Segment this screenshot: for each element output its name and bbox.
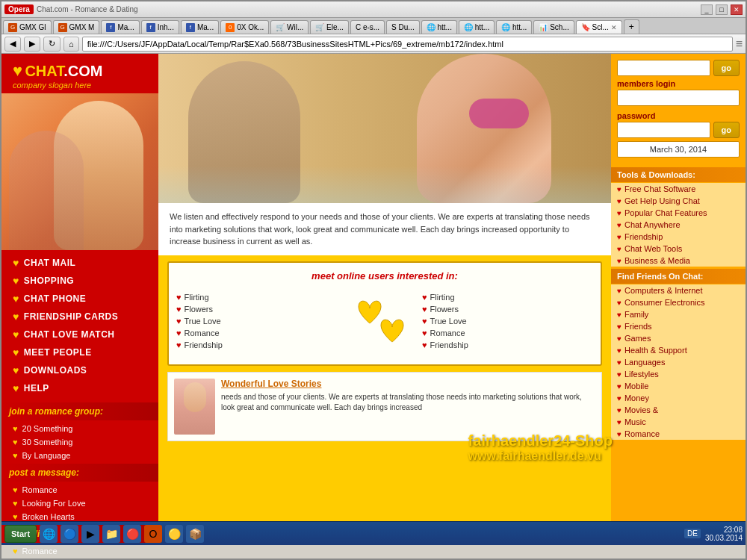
home-button[interactable]: ⌂: [63, 37, 79, 52]
sidebar-looking-for-love-post[interactable]: ♥ Looking For Love: [1, 497, 158, 510]
nav-heart-icon: ♥: [13, 275, 19, 287]
link-heart-icon: ♥: [617, 185, 622, 193]
link-heart-icon: ♥: [617, 430, 622, 438]
sub-item-label: Romance: [22, 485, 58, 494]
romance-group-section: join a romance group:: [1, 402, 158, 420]
tab-htt2[interactable]: 🌐 htt...: [459, 20, 495, 34]
link-lifestyles[interactable]: ♥ Lifestyles: [611, 368, 746, 380]
tab-label: Ma...: [197, 23, 214, 31]
link-games[interactable]: ♥ Games: [611, 332, 746, 344]
link-family[interactable]: ♥ Family: [611, 308, 746, 320]
nav-friendship-cards[interactable]: ♥ FRIENDSHIP CARDS: [1, 308, 158, 326]
minimize-btn[interactable]: _: [701, 4, 713, 15]
sidebar-20-something[interactable]: ♥ 20 Something: [1, 422, 158, 435]
sidebar-romance-list[interactable]: ♥ Romance: [1, 544, 158, 558]
back-button[interactable]: ◀: [4, 37, 21, 52]
tab-inh[interactable]: fInh...: [141, 20, 179, 34]
logo-dotcom: .COM: [63, 63, 102, 79]
tab-gmxm[interactable]: GGMX M: [53, 20, 100, 34]
meet-item-truelove-r: ♥True Love: [422, 315, 593, 327]
forward-button[interactable]: ▶: [24, 37, 40, 52]
tab-htt3[interactable]: 🌐 htt...: [496, 20, 532, 34]
members-login-label: members login: [617, 79, 740, 88]
link-chat-web-tools[interactable]: ♥ Chat Web Tools: [611, 243, 746, 255]
friends-section-header: Find Friends On Chat:: [611, 269, 746, 284]
link-money[interactable]: ♥ Money: [611, 392, 746, 404]
link-mobile[interactable]: ♥ Mobile: [611, 380, 746, 392]
tab-scl-active[interactable]: 🔖 Scl...✕: [576, 20, 622, 34]
link-free-chat-software[interactable]: ♥ Free Chat Software: [611, 183, 746, 195]
start-button[interactable]: Start: [4, 525, 37, 543]
sidebar-broken-hearts-post[interactable]: ♥ Broken Hearts: [1, 510, 158, 523]
tab-close-icon[interactable]: ✕: [611, 24, 617, 31]
nav-chat-love-match[interactable]: ♥ CHAT LOVE MATCH: [1, 326, 158, 343]
taskbar-icon-7[interactable]: 🟡: [165, 525, 183, 543]
nav-downloads-label: DOWNLOADS: [24, 365, 87, 376]
username-input[interactable]: [617, 60, 710, 76]
maximize-btn[interactable]: □: [716, 4, 728, 15]
taskbar-icon-6[interactable]: O: [144, 525, 162, 543]
link-consumer-electronics[interactable]: ♥ Consumer Electronics: [611, 296, 746, 308]
link-friendship[interactable]: ♥ Friendship: [611, 231, 746, 243]
nav-chat-mail[interactable]: ♥ CHAT MAIL: [1, 254, 158, 272]
nav-chat-phone[interactable]: ♥ CHAT PHONE: [1, 290, 158, 308]
link-computers-internet[interactable]: ♥ Computers & Internet: [611, 284, 746, 296]
taskbar-icon-1[interactable]: 🌐: [40, 525, 58, 543]
link-label: Mobile: [624, 382, 648, 391]
nav-downloads[interactable]: ♥ DOWNLOADS: [1, 361, 158, 379]
window-controls[interactable]: _ □ ✕: [701, 4, 743, 15]
heart-icon: ♥: [176, 305, 182, 314]
link-label: Free Chat Software: [624, 184, 695, 193]
tab-0x[interactable]: 00X Ok...: [220, 20, 269, 34]
heart-icon: ♥: [176, 293, 182, 302]
sidebar-by-language[interactable]: ♥ By Language: [1, 449, 158, 462]
link-movies[interactable]: ♥ Movies &: [611, 404, 746, 416]
link-popular-features[interactable]: ♥ Popular Chat Features: [611, 207, 746, 219]
tab-wil[interactable]: 🛒 Wil...: [270, 20, 309, 34]
tab-ele[interactable]: 🛒 Ele...: [310, 20, 349, 34]
login-username-input[interactable]: [617, 90, 740, 106]
taskbar-icon-8[interactable]: 📦: [186, 525, 204, 543]
tab-ma2[interactable]: fMa...: [181, 20, 219, 34]
link-music[interactable]: ♥ Music: [611, 416, 746, 428]
sidebar-30-something[interactable]: ♥ 30 Something: [1, 435, 158, 449]
nav-settings-icon: ≡: [736, 37, 743, 51]
meet-item-label: Flowers: [430, 305, 459, 314]
link-languages[interactable]: ♥ Languages: [611, 356, 746, 368]
tab-du[interactable]: S Du...: [386, 20, 420, 34]
sub-item-label: 20 Something: [22, 424, 73, 433]
tab-favicon: G: [58, 23, 67, 32]
nav-help[interactable]: ♥ HELP: [1, 379, 158, 397]
tab-es[interactable]: C e-s...: [350, 20, 385, 34]
tab-gmxgl[interactable]: GGMX Gl: [3, 20, 52, 34]
meet-item-label: Flirting: [430, 293, 455, 302]
nav-meet-people[interactable]: ♥ MEET PEOPLE: [1, 343, 158, 361]
password-input[interactable]: [617, 122, 710, 138]
nav-shopping[interactable]: ♥ SHOPPING: [1, 272, 158, 290]
link-business-media[interactable]: ♥ Business & Media: [611, 255, 746, 267]
link-romance[interactable]: ♥ Romance: [611, 428, 746, 440]
link-health-support[interactable]: ♥ Health & Support: [611, 344, 746, 356]
reload-button[interactable]: ↻: [43, 37, 61, 52]
taskbar-icon-2[interactable]: 🔵: [61, 525, 78, 543]
taskbar-icon-3[interactable]: ▶: [81, 525, 99, 543]
story-image: [174, 379, 215, 435]
tab-htt[interactable]: 🌐 htt...: [421, 20, 457, 34]
taskbar-icon-5[interactable]: 🔴: [123, 525, 141, 543]
link-get-help[interactable]: ♥ Get Help Using Chat: [611, 195, 746, 207]
link-chat-anywhere[interactable]: ♥ Chat Anywhere: [611, 219, 746, 231]
link-friends[interactable]: ♥ Friends: [611, 320, 746, 332]
login-go-button[interactable]: go: [713, 122, 740, 138]
tab-ma[interactable]: fMa...: [101, 20, 139, 34]
sub-heart-icon: ♥: [13, 485, 18, 494]
address-bar[interactable]: [82, 37, 733, 52]
search-go-button[interactable]: go: [713, 60, 740, 76]
taskbar-icon-4[interactable]: 📁: [102, 525, 120, 543]
sidebar-romance-post[interactable]: ♥ Romance: [1, 483, 158, 497]
new-tab-btn[interactable]: +: [624, 19, 639, 34]
tab-sch[interactable]: 📊 Sch...: [533, 20, 574, 34]
main-content: We listen and effectively respond to you…: [158, 54, 611, 521]
close-btn[interactable]: ✕: [731, 4, 743, 15]
link-label: Friends: [624, 322, 652, 331]
post-message-section: post a message:: [1, 464, 158, 482]
